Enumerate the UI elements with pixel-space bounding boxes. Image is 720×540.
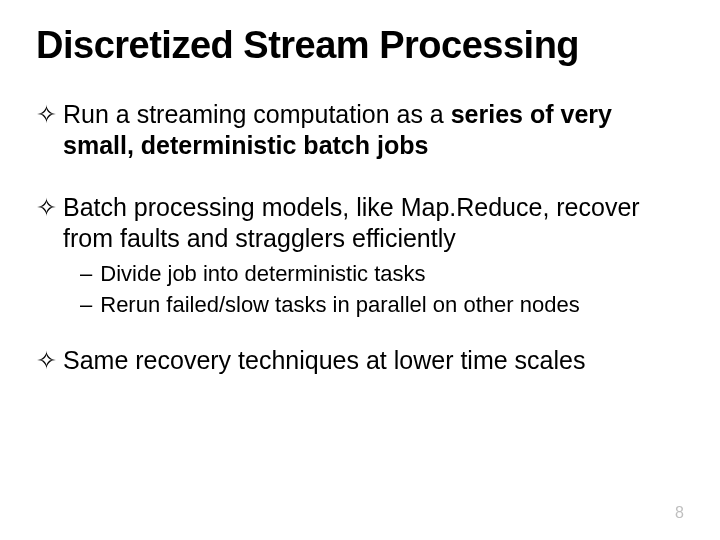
diamond-bullet-icon: ✧ (36, 345, 57, 376)
bullet-3: ✧ Same recovery techniques at lower time… (36, 345, 684, 376)
bullet-1-pre: Run a streaming computation as a (63, 100, 451, 128)
slide-title: Discretized Stream Processing (36, 24, 684, 67)
bullet-2-pre: Batch processing models, like Map.Reduce… (63, 193, 640, 252)
subbullet-2-1: – Divide job into deterministic tasks (80, 260, 684, 289)
page-number: 8 (675, 504, 684, 522)
bullet-1: ✧ Run a streaming computation as a serie… (36, 99, 684, 162)
subbullet-2-2-text: Rerun failed/slow tasks in parallel on o… (100, 291, 579, 320)
diamond-bullet-icon: ✧ (36, 99, 57, 130)
bullet-2: ✧ Batch processing models, like Map.Redu… (36, 192, 684, 255)
bullet-3-pre: Same recovery techniques at lower time s… (63, 346, 585, 374)
dash-bullet-icon: – (80, 291, 92, 320)
bullet-2-group: ✧ Batch processing models, like Map.Redu… (36, 192, 684, 320)
slide: Discretized Stream Processing ✧ Run a st… (0, 0, 720, 540)
subbullet-2-2: – Rerun failed/slow tasks in parallel on… (80, 291, 684, 320)
dash-bullet-icon: – (80, 260, 92, 289)
bullet-3-text: Same recovery techniques at lower time s… (63, 345, 684, 376)
subbullet-2-1-text: Divide job into deterministic tasks (100, 260, 425, 289)
bullet-2-text: Batch processing models, like Map.Reduce… (63, 192, 684, 255)
bullet-1-text: Run a streaming computation as a series … (63, 99, 684, 162)
diamond-bullet-icon: ✧ (36, 192, 57, 223)
